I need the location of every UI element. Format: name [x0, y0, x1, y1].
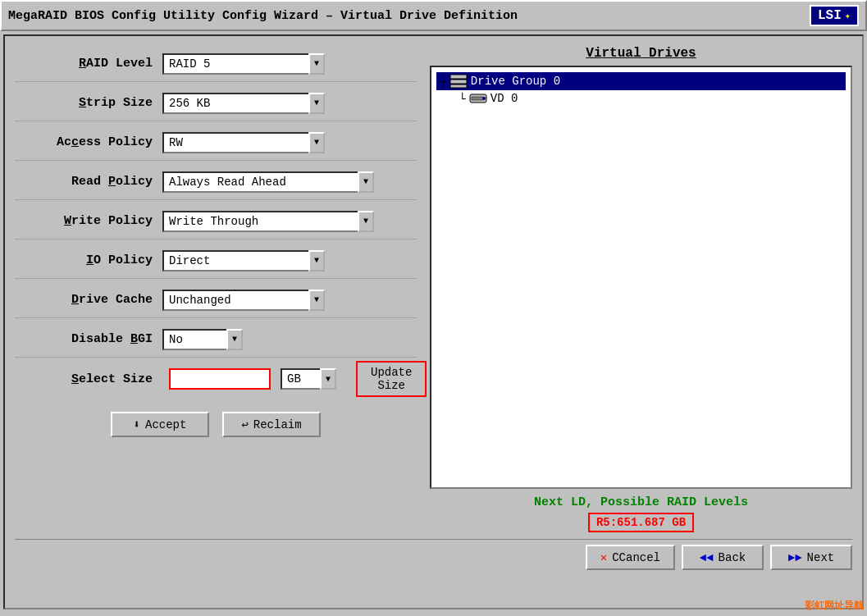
- drive-cache-arrow[interactable]: ▼: [308, 290, 325, 311]
- disable-bgi-arrow[interactable]: ▼: [226, 329, 243, 350]
- raid-level-row: RAID Level RAID 5 ▼: [15, 46, 417, 82]
- virtual-drives-tree: ┬ Drive Group 0 └: [430, 66, 852, 489]
- strip-size-label: Strip Size: [15, 96, 162, 110]
- read-policy-row: Read Policy Always Read Ahead ▼: [15, 164, 417, 200]
- unit-select[interactable]: GB MB TB: [281, 368, 322, 390]
- svg-rect-4: [472, 97, 483, 100]
- update-size-button[interactable]: Update Size: [358, 363, 425, 395]
- disable-bgi-row: Disable BGI No ▼: [15, 322, 417, 358]
- size-input[interactable]: [171, 370, 269, 388]
- disable-bgi-select-wrapper: No ▼: [162, 329, 243, 350]
- back-button[interactable]: ◄◄ Back: [682, 545, 764, 570]
- next-button[interactable]: ►► Next: [770, 545, 852, 570]
- drive-cache-label: Drive Cache: [15, 293, 162, 307]
- next-label: Next: [807, 551, 835, 564]
- title-bar: MegaRAID BIOS Config Utility Config Wiza…: [0, 0, 867, 31]
- write-policy-select-wrapper: Write Through ▼: [162, 211, 374, 232]
- drive-cache-select[interactable]: Unchanged: [162, 290, 310, 311]
- ar-buttons-area: ⬇ Accept ↩ Reclaim: [15, 412, 417, 437]
- read-policy-label: Read Policy: [15, 175, 162, 189]
- read-policy-select[interactable]: Always Read Ahead: [162, 171, 359, 193]
- right-panel: Virtual Drives ┬ Drive Group 0 └: [430, 46, 852, 532]
- read-policy-arrow[interactable]: ▼: [358, 171, 374, 193]
- select-size-row: Select Size GB MB TB ▼ Update Size: [15, 361, 417, 397]
- svg-rect-0: [450, 75, 467, 79]
- raid-level-arrow[interactable]: ▼: [308, 53, 325, 75]
- read-policy-select-wrapper: Always Read Ahead ▼: [162, 171, 374, 193]
- cancel-button[interactable]: ✕ CCancel: [586, 545, 675, 570]
- svg-point-5: [482, 97, 486, 100]
- svg-rect-1: [450, 80, 467, 84]
- access-policy-arrow[interactable]: ▼: [308, 132, 325, 153]
- vd-0-label: VD 0: [491, 92, 518, 105]
- drive-group-0-item[interactable]: ┬ Drive Group 0: [436, 72, 846, 90]
- lsi-logo: LSI ✦: [810, 5, 859, 26]
- reclaim-button[interactable]: ↩ Reclaim: [222, 412, 321, 437]
- size-input-container: [169, 368, 271, 390]
- strip-size-arrow[interactable]: ▼: [308, 93, 325, 114]
- next-icon: ►►: [788, 551, 802, 564]
- accept-button[interactable]: ⬇ Accept: [111, 412, 209, 437]
- virtual-drives-title: Virtual Drives: [430, 46, 852, 61]
- write-policy-label: Write Policy: [15, 214, 162, 228]
- drive-cache-select-wrapper: Unchanged ▼: [162, 290, 325, 311]
- select-size-label: Select Size: [15, 372, 162, 386]
- strip-size-row: Strip Size 256 KB ▼: [15, 85, 417, 121]
- access-policy-select-wrapper: RW ▼: [162, 132, 325, 153]
- possible-raid-value: R5:651.687 GB: [588, 513, 694, 532]
- io-policy-label: IO Policy: [15, 253, 162, 267]
- disable-bgi-select[interactable]: No: [162, 329, 228, 350]
- strip-size-select-wrapper: 256 KB ▼: [162, 93, 325, 114]
- access-policy-label: Access Policy: [15, 135, 162, 149]
- lsi-star: ✦: [845, 10, 851, 22]
- write-policy-row: Write Policy Write Through ▼: [15, 203, 417, 240]
- main-container: RAID Level RAID 5 ▼ Strip Size 256 KB: [3, 34, 864, 609]
- vd-drive-icon: [469, 93, 487, 104]
- io-policy-select[interactable]: Direct: [162, 250, 310, 271]
- access-policy-row: Access Policy RW ▼: [15, 125, 417, 161]
- write-policy-select[interactable]: Write Through: [162, 211, 359, 232]
- raid-level-label: RAID Level: [15, 57, 162, 71]
- nav-buttons-area: ✕ CCancel ◄◄ Back ►► Next: [15, 539, 852, 570]
- reclaim-icon: ↩: [241, 418, 248, 431]
- unit-select-wrapper: GB MB TB ▼: [281, 368, 336, 390]
- raid-level-select[interactable]: RAID 5: [162, 53, 310, 75]
- write-policy-arrow[interactable]: ▼: [358, 211, 374, 232]
- drive-cache-row: Drive Cache Unchanged ▼: [15, 282, 417, 318]
- window-title: MegaRAID BIOS Config Utility Config Wiza…: [8, 9, 518, 23]
- left-panel: RAID Level RAID 5 ▼ Strip Size 256 KB: [15, 46, 417, 532]
- svg-rect-2: [450, 84, 467, 88]
- access-policy-select[interactable]: RW: [162, 132, 310, 153]
- io-policy-row: IO Policy Direct ▼: [15, 243, 417, 279]
- possible-raid-section: Next LD, Possible RAID Levels R5:651.687…: [430, 495, 852, 532]
- update-size-btn-container: Update Size: [356, 361, 427, 397]
- io-policy-select-wrapper: Direct ▼: [162, 250, 325, 271]
- drive-group-0-label: Drive Group 0: [471, 75, 560, 88]
- cancel-icon: ✕: [600, 550, 607, 564]
- tree-line-1: ┬: [440, 75, 446, 88]
- disk-group-icon: [449, 74, 468, 89]
- raid-level-select-wrapper: RAID 5 ▼: [162, 53, 325, 75]
- accept-icon: ⬇: [134, 418, 140, 431]
- watermark: 彩虹网址导航: [805, 599, 864, 613]
- unit-arrow[interactable]: ▼: [320, 368, 336, 390]
- strip-size-select[interactable]: 256 KB: [162, 93, 310, 114]
- possible-raid-title: Next LD, Possible RAID Levels: [430, 495, 852, 509]
- lsi-text: LSI: [818, 8, 842, 23]
- disable-bgi-label: Disable BGI: [15, 332, 162, 346]
- back-icon: ◄◄: [700, 551, 714, 564]
- cancel-label: CCancel: [612, 551, 660, 564]
- io-policy-arrow[interactable]: ▼: [308, 250, 325, 271]
- back-label: Back: [719, 551, 746, 564]
- vd-0-item[interactable]: └ VD 0: [456, 90, 846, 107]
- content-area: RAID Level RAID 5 ▼ Strip Size 256 KB: [15, 46, 852, 532]
- tree-line-2: └: [459, 93, 466, 105]
